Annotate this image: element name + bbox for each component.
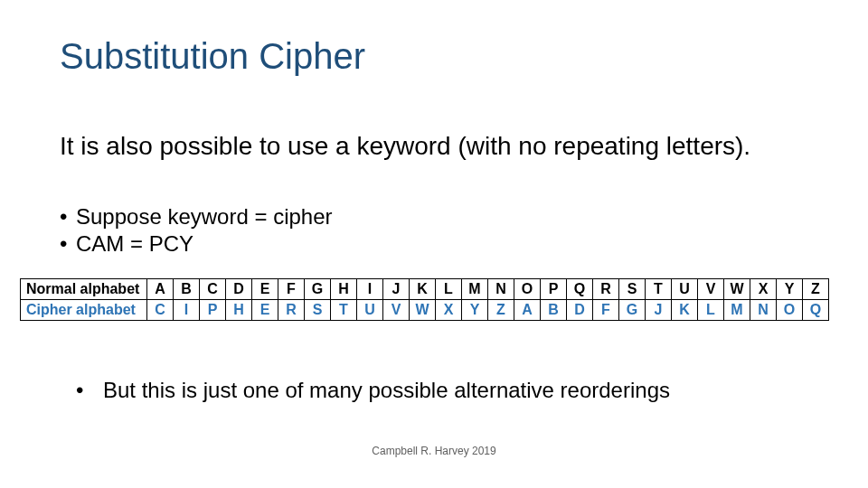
- cell: Y: [777, 279, 803, 300]
- cell: W: [724, 279, 750, 300]
- cell: N: [750, 300, 777, 321]
- cell: M: [462, 279, 488, 300]
- cell: A: [147, 279, 174, 300]
- table-row: Cipher alphabet C I P H E R S T U V W X …: [21, 300, 829, 321]
- list-item: • CAM = PCY: [60, 230, 333, 258]
- cell: B: [174, 279, 200, 300]
- cell: E: [252, 300, 278, 321]
- cell: R: [593, 279, 619, 300]
- cell: S: [305, 300, 331, 321]
- cell: U: [357, 300, 383, 321]
- cell: I: [357, 279, 383, 300]
- slide-title: Substitution Cipher: [60, 36, 365, 77]
- cell: S: [619, 279, 646, 300]
- cell: F: [593, 300, 619, 321]
- bullet-dot-icon: •: [60, 230, 76, 258]
- cell: E: [252, 279, 278, 300]
- cell: G: [619, 300, 646, 321]
- cell: C: [147, 300, 174, 321]
- table-row: Normal alphabet A B C D E F G H I J K L …: [21, 279, 829, 300]
- cipher-table: Normal alphabet A B C D E F G H I J K L …: [20, 278, 829, 321]
- cell: J: [383, 279, 410, 300]
- bottom-bullet-text: But this is just one of many possible al…: [103, 378, 670, 403]
- slide-subtitle: It is also possible to use a keyword (wi…: [60, 131, 808, 162]
- cell: D: [567, 300, 593, 321]
- cell: N: [488, 279, 514, 300]
- cell: R: [278, 300, 305, 321]
- cell: L: [698, 300, 724, 321]
- bullet-list: • Suppose keyword = cipher • CAM = PCY: [60, 203, 333, 258]
- bullet-text: Suppose keyword = cipher: [76, 203, 333, 230]
- list-item: • Suppose keyword = cipher: [60, 203, 333, 230]
- cell: K: [672, 300, 698, 321]
- cell: V: [698, 279, 724, 300]
- bullet-dot-icon: •: [60, 203, 76, 230]
- bullet-text: CAM = PCY: [76, 230, 193, 258]
- cell: T: [646, 279, 672, 300]
- cell: V: [383, 300, 410, 321]
- cell: H: [226, 300, 252, 321]
- cell: O: [514, 279, 541, 300]
- cell: O: [777, 300, 803, 321]
- cell: X: [750, 279, 777, 300]
- cell: B: [541, 300, 567, 321]
- cell: L: [436, 279, 462, 300]
- cell: A: [514, 300, 541, 321]
- cell: I: [174, 300, 200, 321]
- cell: G: [305, 279, 331, 300]
- cell: Z: [803, 279, 829, 300]
- cell: X: [436, 300, 462, 321]
- cell: Z: [488, 300, 514, 321]
- cell: P: [541, 279, 567, 300]
- cell: J: [646, 300, 672, 321]
- bullet-dot-icon: •: [76, 378, 103, 403]
- cell: D: [226, 279, 252, 300]
- cell: H: [331, 279, 357, 300]
- footer-attribution: Campbell R. Harvey 2019: [0, 445, 868, 457]
- row-label-cipher: Cipher alphabet: [21, 300, 147, 321]
- cell: Y: [462, 300, 488, 321]
- cell: Q: [803, 300, 829, 321]
- row-label-normal: Normal alphabet: [21, 279, 147, 300]
- cell: U: [672, 279, 698, 300]
- cell: P: [200, 300, 226, 321]
- cell: C: [200, 279, 226, 300]
- cell: F: [278, 279, 305, 300]
- cell: Q: [567, 279, 593, 300]
- bottom-bullet: • But this is just one of many possible …: [76, 378, 670, 403]
- cell: W: [410, 300, 436, 321]
- cell: M: [724, 300, 750, 321]
- cell: T: [331, 300, 357, 321]
- cell: K: [410, 279, 436, 300]
